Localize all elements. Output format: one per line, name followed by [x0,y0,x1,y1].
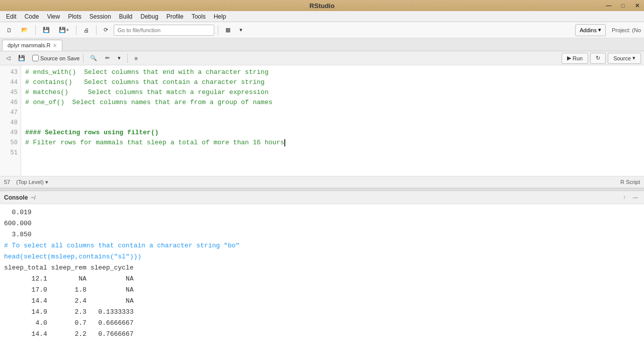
compile-button[interactable]: ≡ [131,53,140,64]
line-num-49: 49 [3,128,18,138]
editor-right-buttons: ▶ Run ↻ Source ▾ [561,53,641,64]
run-icon: ▶ [567,55,571,61]
editor-section: dplyr mammals.R ✕ ◁ 💾 Source on Save 🔍 ✏… [0,38,644,188]
console-right-buttons: ↑ — [620,193,640,202]
goto-input[interactable] [114,25,214,36]
toolbar-separator-3 [96,25,97,35]
print-button[interactable]: 🖨 [80,24,93,36]
console-line-10: 14.9 2.3 0.1333333 [4,307,640,318]
code-line-48 [25,118,640,128]
close-button[interactable]: ✕ [630,0,644,11]
code-line-47 [25,108,640,118]
line-num-43: 43 [3,67,18,77]
console-line-11: 4.0 0.7 0.6666667 [4,318,640,329]
open-file-button[interactable]: 📂 [18,24,32,36]
code-line-49: #### Selecting rows using filter() [25,128,640,138]
menu-session[interactable]: Session [86,12,115,21]
console-line-5: head(select(msleep,contains("sl"))) [4,251,640,262]
console-section: Console ~/ ↑ — 0.019 600.000 3.850 # To … [0,191,644,362]
code-line-51 [25,148,640,158]
console-expand-button[interactable]: ↑ [620,193,629,202]
maximize-button[interactable]: □ [616,0,630,11]
addins-button[interactable]: Addins ▾ [575,24,606,36]
line-num-51: 51 [3,148,18,158]
menu-plots[interactable]: Plots [64,12,86,21]
source-arrow: ▾ [632,55,635,61]
new-file-button[interactable]: 🗋 [3,24,16,36]
file-type-label: R Script [620,179,640,185]
source-label: Source [613,55,631,61]
line-num-46: 46 [3,98,18,108]
source-on-save-group: Source on Save [32,55,79,61]
source-button[interactable]: Source ▾ [608,53,641,64]
line-numbers: 43 44 45 46 47 48 49 50 51 [0,65,21,176]
menu-code[interactable]: Code [21,12,43,21]
line-num-48: 48 [3,118,18,128]
editor-arrow-button[interactable]: ▾ [115,53,124,64]
code-line-45: # matches() Select columns that match a … [25,87,640,98]
toolbar-separator-2 [76,25,76,35]
line-num-50: 50 [3,138,18,148]
editor-back-button[interactable]: ◁ [3,53,13,64]
window-controls: — □ ✕ [602,0,644,11]
console-line-3: 3.850 [4,229,640,240]
code-line-50: # Filter rows for mammals that sleep a t… [25,138,640,148]
save-all-button[interactable]: 💾+ [55,24,72,36]
menu-bar: Edit Code View Plots Session Build Debug… [0,11,644,22]
console-line-9: 14.4 2.4 NA [4,296,640,307]
menu-edit[interactable]: Edit [2,12,21,21]
menu-build[interactable]: Build [115,12,137,21]
find-button[interactable]: ⟳ [100,24,112,36]
minimize-button[interactable]: — [602,0,616,11]
line-num-47: 47 [3,108,18,118]
console-line-4: # To select all columns that contain a c… [4,240,640,251]
console-path: ~/ [31,195,35,201]
run-label: Run [573,55,583,61]
editor-area[interactable]: 43 44 45 46 47 48 49 50 51 # ends_with()… [0,65,644,176]
search-code-button[interactable]: 🔍 [87,53,100,64]
addins-arrow: ▾ [598,27,601,33]
menu-view[interactable]: View [43,12,64,21]
edit-code-button[interactable]: ✏ [102,53,113,64]
tab-label: dplyr mammals.R [8,42,51,48]
console-line-7: 12.1 NA NA [4,274,640,285]
console-line-12: 14.4 2.2 0.7666667 [4,329,640,340]
tab-close-icon[interactable]: ✕ [53,43,57,48]
tab-dplyr-mammals[interactable]: dplyr mammals.R ✕ [2,40,62,51]
toolbar-separator-1 [35,25,36,35]
console-line-1: 0.019 [4,207,640,218]
menu-tools[interactable]: Tools [188,12,210,21]
line-num-45: 45 [3,87,18,98]
rerun-icon: ↻ [596,55,600,61]
rerun-button[interactable]: ↻ [590,53,606,64]
code-line-44: # contains() Select columns that contain… [25,77,640,87]
level-info: (Top Level) ▾ [16,179,48,186]
console-header: Console ~/ ↑ — [0,191,644,204]
run-button[interactable]: ▶ Run [561,53,588,64]
title-bar: RStudio — □ ✕ [0,0,644,11]
console-line-8: 17.0 1.8 NA [4,285,640,296]
console-line-2: 600.000 [4,218,640,229]
grid-button[interactable]: ▦ [222,24,234,36]
line-col-info: 57 [4,179,10,185]
console-minimize-button[interactable]: — [631,193,640,202]
line-num-44: 44 [3,77,18,87]
console-title-label: Console [4,194,28,201]
menu-help[interactable]: Help [210,12,230,21]
console-line-6: sleep_total sleep_rem sleep_cycle [4,262,640,274]
code-content[interactable]: # ends_with() Select columns that end wi… [21,65,644,176]
editor-toolbar: ◁ 💾 Source on Save 🔍 ✏ ▾ ≡ ▶ Run ↻ [0,51,644,65]
menu-debug[interactable]: Debug [136,12,162,21]
app-title: RStudio [309,2,335,10]
editor-toolbar-sep-2 [127,54,128,63]
source-on-save-label: Source on Save [40,55,79,61]
editor-save-button[interactable]: 💾 [15,53,28,64]
project-label: Project: (No [612,27,641,33]
console-area[interactable]: 0.019 600.000 3.850 # To select all colu… [0,204,644,362]
menu-profile[interactable]: Profile [163,12,188,21]
source-on-save-checkbox[interactable] [32,55,39,61]
editor-toolbar-sep-1 [83,54,84,63]
editor-status-bar: 57 (Top Level) ▾ R Script [0,176,644,188]
grid-arrow-button[interactable]: ▾ [236,24,246,36]
save-button[interactable]: 💾 [39,24,53,36]
